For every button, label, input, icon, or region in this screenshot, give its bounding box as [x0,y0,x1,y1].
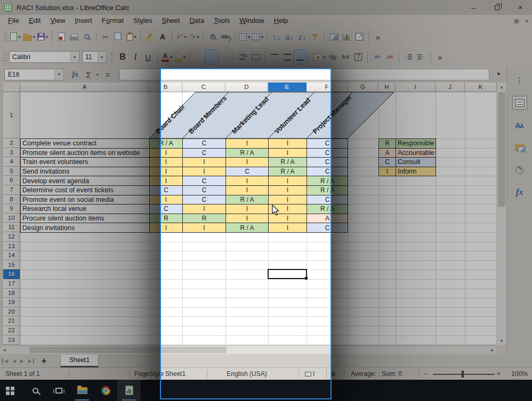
first-sheet-icon[interactable]: ◀ [2,358,8,364]
row-header-20[interactable]: 20 [3,307,20,317]
raci-cell-c7[interactable]: C [183,186,226,195]
spelling-icon[interactable]: Abc [219,30,232,44]
raci-cell-f9[interactable]: R / A [307,204,348,214]
row-header-21[interactable]: 21 [3,316,20,326]
delete-decimal-icon[interactable]: .0× [383,50,396,64]
font-name-select[interactable]: Calibri▾ [9,51,79,63]
previous-sheet-icon[interactable]: ◀ [12,358,16,364]
row-header-14[interactable]: 14 [3,251,20,260]
search-icon[interactable] [23,380,47,401]
column-header-k[interactable]: K [465,83,497,92]
row-header-4[interactable]: 4 [3,157,20,167]
spreadsheet-grid[interactable]: ABCDEFGHIJK12345678910111213141516171819… [0,83,506,345]
sort-ascending-icon[interactable]: a↓ [283,30,296,44]
task-cell-a5[interactable]: Send invitations [21,167,150,177]
dropdown-caret-icon[interactable]: ▾ [184,35,186,39]
horizontal-scrollbar-thumb[interactable] [29,347,227,353]
name-box[interactable]: E16 ▾ [4,69,64,80]
raci-cell-e11[interactable]: I [269,223,307,233]
column-header-b[interactable]: B [149,83,182,92]
raci-cell-f4[interactable]: C [307,158,348,167]
raci-cell-b7[interactable]: C [150,186,183,195]
menu-item-edit[interactable]: Edit [24,15,45,27]
row-header-8[interactable]: 8 [3,195,20,204]
insert-pivot-table-icon[interactable] [353,30,366,44]
raci-cell-d10[interactable]: I [226,214,269,224]
minimize-button[interactable]: – [462,0,485,15]
zoom-slider[interactable] [433,374,495,375]
column-header-d[interactable]: D [225,83,268,92]
raci-cell-d4[interactable]: I [226,158,269,167]
add-decimal-icon[interactable]: .0+ [370,50,383,64]
row-header-18[interactable]: 18 [3,289,20,298]
sidebar-settings-icon[interactable]: ⋮ [512,73,527,87]
dropdown-caret-icon[interactable]: ▾ [170,55,172,60]
raci-cell-f11[interactable]: C [307,223,348,233]
italic-icon[interactable]: I [129,50,142,64]
column-header-a[interactable]: A [20,83,149,92]
row-header-13[interactable]: 13 [3,242,20,251]
new-icon[interactable]: ▾ [9,30,22,44]
function-wizard-button[interactable]: fx [69,69,81,80]
restore-button[interactable] [485,0,509,15]
select-all-corner[interactable] [3,83,20,92]
raci-cell-b11[interactable]: I [150,223,183,233]
raci-cell-f7[interactable]: R / A [307,186,348,195]
raci-cell-c10[interactable]: R [183,214,226,224]
raci-cell-d6[interactable]: I [226,176,269,186]
equals-button[interactable]: = [102,69,113,80]
merge-cells-icon[interactable] [249,50,262,64]
row-header-6[interactable]: 6 [3,176,20,185]
font-size-select[interactable]: 11▾ [82,51,107,63]
vertical-scrollbar[interactable]: ▴ ▾ [497,83,506,345]
menu-item-insert[interactable]: Insert [70,15,97,27]
bold-icon[interactable]: B [116,50,129,64]
cut-icon[interactable]: ✂ [99,30,112,44]
align-left-icon[interactable] [192,50,205,64]
raci-cell-f5[interactable]: C [307,167,348,177]
dropdown-caret-icon[interactable]: ▾ [134,35,136,39]
paste-icon[interactable]: ▾ [125,30,138,44]
column-header-c[interactable]: C [182,83,225,92]
dropdown-caret-icon[interactable]: ▾ [248,35,250,39]
column-header-f[interactable]: F [307,83,348,92]
increase-indent-icon[interactable] [402,50,415,64]
raci-cell-c8[interactable]: C [183,195,226,205]
task-cell-a6[interactable]: Develop event agenda [21,176,150,186]
raci-cell-f2[interactable]: C [307,139,348,149]
row-header-5[interactable]: 5 [3,167,20,176]
expand-formula-bar-icon[interactable]: ▼ [496,71,501,77]
libreoffice-calc-icon[interactable] [117,380,141,401]
scroll-left-icon[interactable]: ◂ [0,346,9,355]
row-header-10[interactable]: 10 [3,214,20,223]
task-cell-a7[interactable]: Determine cost of event tickets [21,186,150,195]
raci-cell-e4[interactable]: R / A [269,158,307,167]
sum-dropdown-icon[interactable]: ▾ [94,69,100,80]
save-icon[interactable]: ▾ [36,30,49,44]
raci-cell-d7[interactable]: I [226,186,269,195]
scroll-down-icon[interactable]: ▾ [497,337,506,345]
format-date-icon[interactable]: 7 [352,50,365,64]
navigator-deck-icon[interactable] [512,163,527,177]
active-cell-cursor[interactable] [268,269,307,279]
format-number-icon[interactable]: 0.0 [339,50,352,64]
menu-item-window[interactable]: Window [235,15,269,27]
raci-cell-b3[interactable]: I [150,149,183,158]
row-header-1[interactable]: 1 [3,92,20,138]
sort-descending-icon[interactable]: z↓ [296,30,309,44]
task-cell-a2[interactable]: Complete venue contract [21,139,150,149]
dropdown-caret-icon[interactable]: ▾ [261,35,263,39]
clear-formatting-icon[interactable]: A [156,30,169,44]
row-header-7[interactable]: 7 [3,185,20,195]
raci-cell-d11[interactable]: R / A [226,223,269,233]
raci-cell-e2[interactable]: I [269,139,307,149]
column-header-h[interactable]: H [378,83,396,92]
format-percent-icon[interactable]: % [326,50,339,64]
insert-column-icon[interactable]: ▾ [251,30,264,44]
task-cell-a11[interactable]: Design invitations [21,223,150,233]
row-header-9[interactable]: 9 [3,204,20,214]
find-replace-icon[interactable] [206,30,219,44]
open-icon[interactable]: ▾ [22,30,36,44]
language-globe-icon[interactable]: ⊕ [514,17,520,25]
insert-chart-icon[interactable] [340,30,353,44]
